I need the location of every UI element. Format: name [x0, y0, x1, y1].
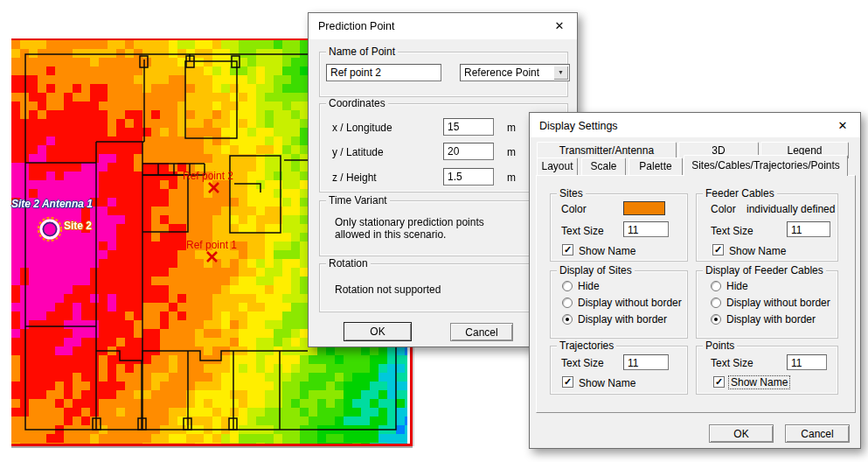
- close-icon[interactable]: ✕: [833, 118, 852, 134]
- feeder-show-name-checkbox[interactable]: ✓: [712, 244, 724, 256]
- cancel-button[interactable]: Cancel: [450, 323, 513, 341]
- points-text-size-label: Text Size: [711, 357, 753, 369]
- y-latitude-label: y / Latitude: [332, 146, 384, 158]
- site-marker-icon[interactable]: [35, 214, 65, 244]
- ref-point-1-label: Ref point 1: [186, 239, 237, 251]
- feeder-cables-group: Feeder Cables Color individually defined…: [696, 193, 838, 262]
- feeder-text-size-label: Text Size: [711, 225, 753, 237]
- trajectories-text-size-label: Text Size: [561, 357, 604, 369]
- feeder-show-name-label: Show Name: [729, 245, 786, 257]
- sites-hide-radio[interactable]: [562, 281, 573, 291]
- y-unit-label: m: [507, 146, 516, 158]
- z-unit-label: m: [507, 172, 516, 184]
- sites-display-with-border-radio[interactable]: [562, 314, 573, 325]
- trajectories-show-name-label: Show Name: [579, 377, 635, 389]
- sites-color-label: Color: [561, 203, 587, 215]
- tab-layout[interactable]: Layout: [537, 158, 578, 175]
- point-type-dropdown[interactable]: Reference Point ▼: [460, 64, 570, 81]
- time-variant-text-line2: allowed in this scenario.: [335, 228, 446, 241]
- display-of-sites-group: Display of Sites Hide Display without bo…: [550, 270, 688, 339]
- tab-palette[interactable]: Palette: [628, 158, 683, 175]
- feeder-display-without-border-radio[interactable]: [711, 298, 721, 308]
- x-longitude-input[interactable]: 15: [443, 118, 494, 136]
- y-latitude-input[interactable]: 20: [443, 143, 494, 160]
- feeder-hide-label: Hide: [726, 280, 748, 292]
- point-type-value: Reference Point: [464, 66, 539, 79]
- site-antenna-label: Site 2 Antenna 1: [11, 198, 93, 210]
- sites-display-with-border-label: Display with border: [578, 313, 667, 326]
- feeder-display-without-border-label: Display without border: [726, 297, 830, 309]
- points-label: Points: [703, 340, 737, 352]
- z-height-input[interactable]: 1.5: [443, 168, 494, 186]
- ref-point-2-label: Ref point 2: [183, 170, 233, 182]
- points-text-size-input[interactable]: 11: [787, 354, 827, 370]
- time-variant-text-line1: Only stationary prediction points: [335, 216, 484, 228]
- sites-group-label: Sites: [557, 187, 586, 200]
- coordinates-label: Coordinates: [326, 97, 388, 109]
- sites-text-size-input[interactable]: 11: [623, 221, 669, 237]
- feeder-color-label: Color: [711, 203, 736, 215]
- display-of-feeder-cables-group: Display of Feeder Cables Hide Display wi…: [696, 270, 838, 339]
- feeder-hide-radio[interactable]: [711, 281, 721, 291]
- x-longitude-label: x / Longitude: [332, 122, 392, 134]
- desktop: Site 2 Antenna 1 Site 2 Ref point 2 Ref …: [0, 0, 868, 462]
- close-icon[interactable]: ✕: [550, 18, 569, 34]
- feeder-text-size-input[interactable]: 11: [787, 221, 830, 237]
- sites-show-name-checkbox[interactable]: ✓: [562, 244, 573, 256]
- feeder-display-with-border-radio[interactable]: [711, 314, 721, 325]
- ref-point-1-marker[interactable]: [205, 250, 219, 263]
- x-unit-label: m: [507, 122, 516, 134]
- name-of-point-label: Name of Point: [326, 46, 398, 58]
- prediction-point-titlebar[interactable]: Prediction Point ✕: [309, 13, 577, 39]
- tab-scale[interactable]: Scale: [581, 158, 626, 175]
- tab-transmitter-antenna[interactable]: Transmitter/Antenna: [537, 142, 677, 158]
- rotation-text: Rotation not supported: [335, 284, 441, 296]
- points-show-name-checkbox[interactable]: ✓: [713, 376, 725, 388]
- feeder-group-label: Feeder Cables: [703, 187, 777, 200]
- sites-hide-label: Hide: [578, 280, 600, 292]
- trajectories-text-size-input[interactable]: 11: [623, 354, 669, 370]
- display-settings-dialog: Display Settings ✕ Transmitter/Antenna 3…: [529, 112, 861, 449]
- trajectories-label: Trajectories: [557, 340, 616, 352]
- time-variant-label: Time Variant: [326, 194, 390, 206]
- ref-point-2-marker[interactable]: [207, 181, 220, 194]
- point-name-input[interactable]: Ref point 2: [326, 64, 441, 81]
- tab-sites-cables-trajectories-points[interactable]: Sites/Cables/Trajectories/Points: [684, 155, 848, 176]
- name-of-point-group: Name of Point Ref point 2 Reference Poin…: [319, 52, 568, 97]
- sites-show-name-label: Show Name: [579, 245, 635, 257]
- z-height-label: z / Height: [332, 172, 377, 184]
- chevron-down-icon[interactable]: ▼: [553, 66, 568, 80]
- sites-color-swatch[interactable]: [623, 201, 665, 215]
- dialog-title: Prediction Point: [318, 20, 395, 32]
- points-group: Points Text Size 11 ✓ Show Name: [696, 346, 838, 395]
- sites-group: Sites Color Text Size 11 ✓ Show Name: [550, 193, 688, 262]
- display-of-feeder-label: Display of Feeder Cables: [703, 264, 826, 276]
- cancel-button[interactable]: Cancel: [785, 424, 850, 443]
- site-name-label: Site 2: [64, 220, 92, 232]
- sites-display-without-border-label: Display without border: [578, 297, 682, 309]
- trajectories-show-name-checkbox[interactable]: ✓: [562, 376, 573, 388]
- feeder-color-value: individually defined: [746, 203, 835, 215]
- sites-text-size-label: Text Size: [561, 225, 604, 237]
- display-of-sites-label: Display of Sites: [557, 264, 635, 276]
- display-settings-titlebar[interactable]: Display Settings ✕: [530, 113, 860, 137]
- sites-display-without-border-radio[interactable]: [562, 298, 573, 308]
- ok-button[interactable]: OK: [709, 424, 774, 443]
- trajectories-group: Trajectories Text Size 11 ✓ Show Name: [550, 346, 688, 395]
- points-show-name-label: Show Name: [728, 375, 790, 389]
- rotation-label: Rotation: [326, 257, 371, 270]
- ok-button[interactable]: OK: [344, 322, 412, 341]
- feeder-display-with-border-label: Display with border: [726, 313, 816, 326]
- dialog-title: Display Settings: [539, 120, 618, 132]
